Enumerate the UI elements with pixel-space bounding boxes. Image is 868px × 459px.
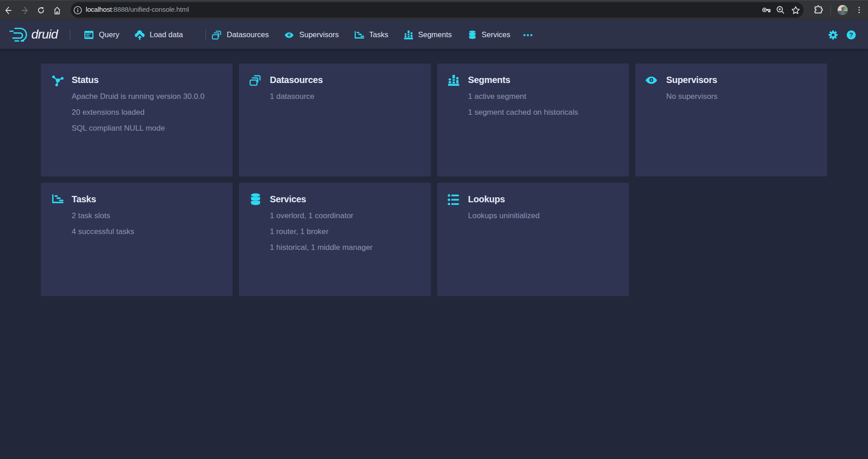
svg-text:?: ?	[849, 31, 853, 39]
